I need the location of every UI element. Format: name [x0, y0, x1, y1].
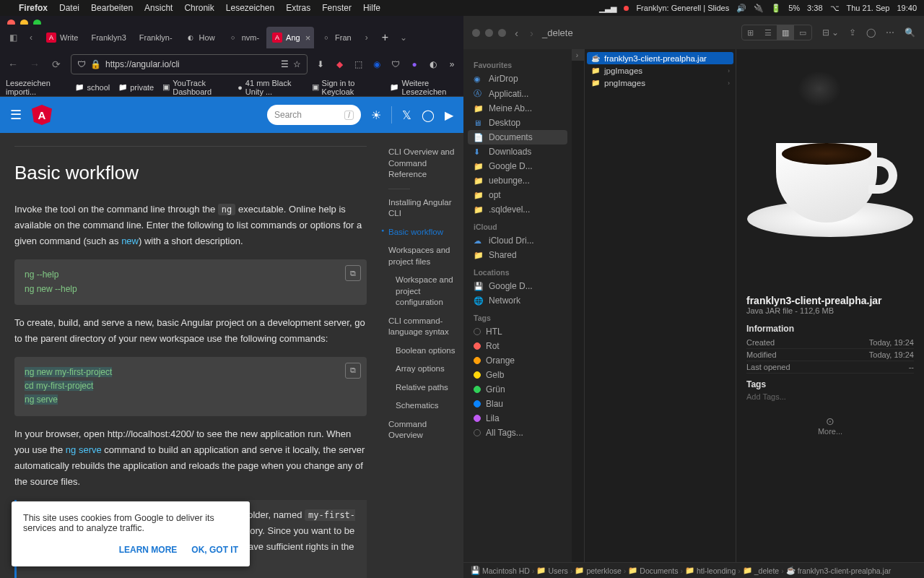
sidebar-tag[interactable]: Lila — [463, 411, 572, 426]
control-center-icon[interactable]: ⌥ — [830, 4, 840, 13]
toc-item[interactable]: Command Overview — [388, 415, 459, 445]
speaker-icon[interactable]: 🔊 — [736, 4, 746, 13]
menu-bearbeiten[interactable]: Bearbeiten — [91, 3, 133, 13]
sidebar-tag[interactable]: Grün — [463, 382, 572, 397]
sidebar-sqldevel[interactable]: 📁.sqldevel... — [463, 202, 572, 217]
sidebar-documents[interactable]: 📄Documents — [468, 130, 567, 144]
new-tab-button[interactable]: + — [376, 31, 394, 44]
sidebar-tag[interactable]: HTL — [463, 324, 572, 339]
sidebar-desktop[interactable]: 🖥Desktop — [463, 116, 572, 130]
sidebar-opt[interactable]: 📁opt — [463, 188, 572, 202]
tab-list-button[interactable]: ⌄ — [396, 33, 411, 43]
sidebar-downloads[interactable]: ⬇Downloads — [463, 144, 572, 159]
path-file[interactable]: ☕ franklyn3-client-prealpha.jar — [786, 566, 892, 575]
close-window[interactable] — [472, 29, 480, 37]
add-tags-input[interactable]: Add Tags... — [746, 392, 914, 401]
menu-extras[interactable]: Extras — [286, 3, 310, 13]
bookmark-more[interactable]: Weitere Lesezeichen — [390, 79, 458, 96]
toc-item[interactable]: Workspace and project configuration — [388, 271, 459, 312]
sidebar-meine[interactable]: 📁Meine Ab... — [463, 101, 572, 116]
path-delete[interactable]: 📁 _delete — [743, 566, 779, 575]
toc-item-active[interactable]: Basic workflow — [388, 223, 459, 242]
search-icon[interactable]: 🔍 — [905, 27, 915, 38]
menubar-clock[interactable]: 19:40 — [897, 4, 917, 12]
tab-0[interactable]: AWrite — [40, 27, 84, 48]
menu-fenster[interactable]: Fenster — [322, 3, 352, 13]
back-button[interactable]: ← — [6, 59, 20, 70]
bookmark-school[interactable]: school — [75, 83, 110, 92]
status-graph-icon[interactable]: ▁▃▅ — [599, 4, 616, 13]
folder-jpg[interactable]: 📁 jpgImages › — [585, 64, 736, 77]
twitter-icon[interactable]: 𝕏 — [402, 108, 411, 122]
bookmark-star-icon[interactable]: ☆ — [293, 59, 301, 69]
copy-button[interactable]: ⧉ — [345, 363, 361, 379]
github-icon[interactable]: ◯ — [422, 108, 435, 122]
path-documents[interactable]: 📁 Documents — [628, 566, 678, 575]
url-input[interactable]: 🛡 🔒 https://angular.io/cli ☰ ☆ — [71, 54, 308, 74]
bookmark-keycloak[interactable]: ▣ Sign in to Keycloak — [312, 79, 373, 96]
learn-more-button[interactable]: LEARN MORE — [119, 545, 178, 555]
sidebar-google-loc[interactable]: 💾Google D... — [463, 279, 572, 293]
sidebar-toggle-icon[interactable]: ◧ — [4, 29, 22, 46]
view-gallery[interactable]: ▭ — [794, 25, 811, 40]
copy-button[interactable]: ⧉ — [345, 265, 361, 281]
sidebar-google[interactable]: 📁Google D... — [463, 159, 572, 173]
folder-png[interactable]: 📁 pngImages › — [585, 77, 736, 89]
sidebar-airdrop[interactable]: ◉AirDrop — [463, 72, 572, 86]
path-users[interactable]: 📁 Users — [536, 566, 567, 575]
menu-hilfe[interactable]: Hilfe — [363, 3, 380, 13]
angular-logo[interactable]: A — [32, 105, 52, 125]
tab-close-icon[interactable]: × — [305, 33, 311, 43]
toc-item[interactable]: CLI Overview and Command Reference — [388, 143, 459, 184]
file-jar[interactable]: ☕ franklyn3-client-prealpha.jar — [587, 52, 733, 64]
menu-chronik[interactable]: Chronik — [184, 3, 214, 13]
reload-button[interactable]: ⟳ — [49, 59, 64, 70]
lock-icon[interactable]: 🔒 — [90, 59, 101, 69]
nav-forward[interactable]: › — [530, 27, 533, 39]
maximize-window[interactable] — [498, 29, 506, 37]
menu-lesezeichen[interactable]: Lesezeichen — [226, 3, 274, 13]
path-peterklose[interactable]: 📁 peterklose — [575, 566, 621, 575]
toc-item[interactable]: Schematics — [388, 397, 459, 415]
column-chevron[interactable]: › — [572, 49, 584, 61]
extension-shield[interactable]: 🛡 — [390, 59, 401, 70]
search-input[interactable]: Search / — [267, 105, 361, 125]
sidebar-uebunge[interactable]: 📁uebunge... — [463, 173, 572, 188]
sidebar-network[interactable]: 🌐Network — [463, 293, 572, 308]
menu-datei[interactable]: Datei — [59, 3, 79, 13]
battery-icon[interactable]: 🔋 — [771, 4, 781, 13]
account-icon[interactable]: ◐ — [427, 59, 439, 70]
overflow-icon[interactable]: » — [446, 59, 458, 70]
minimize-window[interactable] — [485, 29, 493, 37]
bookmark-youtrack[interactable]: ▣ YouTrack Dashboard — [162, 79, 229, 96]
youtube-icon[interactable]: ▶ — [445, 108, 453, 122]
sidebar-tag[interactable]: All Tags... — [463, 426, 572, 440]
link-new[interactable]: new — [121, 236, 139, 246]
action-icon[interactable]: ⋯ — [886, 27, 894, 38]
tab-1[interactable]: Franklyn3 — [85, 27, 131, 48]
bookmark-private[interactable]: private — [118, 83, 154, 92]
toc-item[interactable]: Relative paths — [388, 379, 459, 397]
toc-item[interactable]: Array options — [388, 360, 459, 379]
tab-scroll-left[interactable]: ‹ — [23, 33, 39, 43]
extension-bitwarden[interactable]: ◉ — [371, 59, 383, 70]
path-htl[interactable]: 📁 htl-leonding — [685, 566, 736, 575]
app-name[interactable]: Firefox — [19, 3, 48, 13]
more-button[interactable]: ⊙ More... — [746, 415, 914, 436]
tab-5[interactable]: ○Fran — [315, 27, 357, 48]
ok-got-it-button[interactable]: OK, GOT IT — [191, 545, 238, 555]
path-macintosh[interactable]: 💾 Macintosh HD — [471, 566, 530, 575]
view-icon[interactable]: ⊞ — [742, 25, 759, 40]
toc-item[interactable]: CLI command-language syntax — [388, 312, 459, 342]
forward-button[interactable]: → — [27, 59, 42, 70]
tab-scroll-right[interactable]: › — [359, 33, 375, 43]
sidebar-applications[interactable]: ⒶApplicati... — [463, 86, 572, 101]
tab-4[interactable]: ○nvm- — [222, 27, 265, 48]
sidebar-tag[interactable]: Rot — [463, 339, 572, 353]
theme-toggle-icon[interactable]: ☀ — [371, 108, 381, 122]
sidebar-tag[interactable]: Gelb — [463, 368, 572, 382]
view-column[interactable]: ▥ — [777, 25, 794, 40]
extension-purple[interactable]: ● — [409, 59, 420, 70]
pocket-icon[interactable]: ◆ — [334, 59, 345, 70]
tab-3[interactable]: ◐How — [180, 27, 221, 48]
